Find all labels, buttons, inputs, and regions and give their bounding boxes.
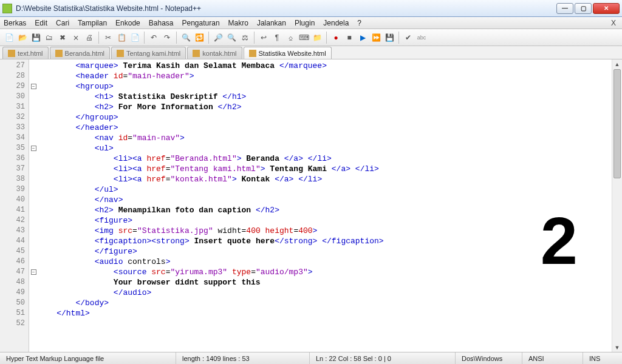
menu-pengaturan[interactable]: Pengaturan (182, 19, 220, 27)
find-icon[interactable]: 🔍 (180, 32, 192, 44)
fold-marker[interactable]: − (29, 143, 38, 153)
fold-marker[interactable] (29, 71, 38, 81)
menu-bahasa[interactable]: Bahasa (149, 19, 174, 27)
close-button[interactable]: ✕ (593, 3, 620, 14)
menu-plugin[interactable]: Plugin (295, 19, 315, 27)
fold-marker[interactable]: − (29, 81, 38, 92)
minimize-button[interactable]: — (556, 3, 573, 14)
code-line[interactable]: <h2> For More Information </h2> (38, 102, 612, 112)
code-line[interactable]: <source src="yiruma.mp3" type="audio/mp3… (38, 267, 612, 277)
fold-marker[interactable] (29, 277, 38, 288)
zoom-in-icon[interactable]: 🔎 (212, 32, 224, 44)
fold-marker[interactable] (29, 184, 38, 195)
fold-marker[interactable] (29, 226, 38, 236)
save-icon[interactable]: 💾 (30, 32, 42, 44)
code-line[interactable]: <li><a href="Tentang kami.html"> Tentang… (38, 164, 612, 174)
fold-marker[interactable] (29, 318, 38, 329)
fold-marker[interactable] (29, 153, 38, 164)
code-line[interactable]: </body> (38, 298, 612, 308)
save-all-icon[interactable]: 🗂 (43, 32, 55, 44)
fold-marker[interactable] (29, 133, 38, 143)
menu-jalankan[interactable]: Jalankan (257, 19, 286, 27)
sync-icon[interactable]: ⚖ (239, 32, 251, 44)
fold-marker[interactable] (29, 215, 38, 226)
menu-enkode[interactable]: Enkode (115, 19, 140, 27)
menu-berkas[interactable]: Berkas (4, 19, 26, 27)
code-line[interactable] (38, 318, 612, 329)
zoom-out-icon[interactable]: 🔍 (225, 32, 238, 44)
menu-close-x[interactable]: X (611, 19, 616, 27)
tab-kontak[interactable]: kontak.html (187, 47, 242, 59)
code-line[interactable]: <h1> Statistika Deskriptif </h1> (38, 92, 612, 102)
fold-marker[interactable] (29, 92, 38, 102)
scroll-up-icon[interactable]: ▲ (612, 59, 622, 69)
scroll-thumb[interactable] (613, 69, 621, 178)
fold-marker[interactable] (29, 174, 38, 184)
spell2-icon[interactable]: abc (415, 32, 428, 44)
vertical-scrollbar[interactable]: ▲ ▼ (612, 59, 622, 352)
paste-icon[interactable]: 📄 (129, 32, 141, 44)
fold-marker[interactable] (29, 164, 38, 174)
fold-marker[interactable] (29, 123, 38, 133)
scroll-down-icon[interactable]: ▼ (612, 343, 622, 352)
menu-cari[interactable]: Cari (56, 19, 69, 27)
fold-marker[interactable] (29, 102, 38, 112)
code-line[interactable]: </header> (38, 123, 612, 133)
word-wrap-icon[interactable]: ↩ (258, 32, 270, 44)
save-macro-icon[interactable]: 💾 (383, 32, 395, 44)
menu-help[interactable]: ? (357, 19, 361, 27)
close-all-icon[interactable]: ⨯ (70, 32, 82, 44)
code-line[interactable]: </hgroup> (38, 112, 612, 123)
code-line[interactable]: </figure> (38, 246, 612, 257)
indent-guide-icon[interactable]: ⎐ (284, 32, 296, 44)
fold-marker[interactable] (29, 112, 38, 123)
menu-makro[interactable]: Makro (228, 19, 248, 27)
fold-marker[interactable] (29, 308, 38, 318)
user-lang-icon[interactable]: ⌨ (298, 32, 310, 44)
code-line[interactable]: <li><a href="Beranda.html"> Beranda </a>… (38, 153, 612, 164)
stop-macro-icon[interactable]: ■ (343, 32, 355, 44)
close-file-icon[interactable]: ✖ (56, 32, 69, 44)
folder-icon[interactable]: 📁 (311, 32, 323, 44)
code-line[interactable]: </html> (38, 308, 612, 318)
fold-marker[interactable] (29, 298, 38, 308)
fold-marker[interactable] (29, 195, 38, 205)
fold-marker[interactable] (29, 205, 38, 215)
cut-icon[interactable]: ✂ (102, 32, 114, 44)
play-macro-icon[interactable]: ▶ (357, 32, 369, 44)
fold-marker[interactable] (29, 236, 38, 246)
menu-tampilan[interactable]: Tampilan (78, 19, 107, 27)
replace-icon[interactable]: 🔁 (193, 32, 205, 44)
code-line[interactable]: <figcaption><strong> Insert quote here</… (38, 236, 612, 246)
code-line[interactable]: </ul> (38, 184, 612, 195)
code-line[interactable]: <audio controls> (38, 257, 612, 267)
fold-marker[interactable] (29, 257, 38, 267)
code-line[interactable]: <ul> (38, 143, 612, 153)
show-chars-icon[interactable]: ¶ (271, 32, 283, 44)
menu-edit[interactable]: Edit (35, 19, 47, 27)
print-icon[interactable]: 🖨 (83, 32, 95, 44)
code-area[interactable]: <marquee> Terima Kasih dan Selamat Memba… (38, 59, 612, 352)
code-line[interactable]: <nav id="main-nav"> (38, 133, 612, 143)
fold-marker[interactable] (29, 288, 38, 298)
code-line[interactable]: </nav> (38, 195, 612, 205)
undo-icon[interactable]: ↶ (148, 32, 160, 44)
fold-marker[interactable] (29, 61, 38, 71)
code-line[interactable]: <hgroup> (38, 81, 612, 92)
spell-icon[interactable]: ✔ (402, 32, 414, 44)
code-line[interactable]: <header id="main-header"> (38, 71, 612, 81)
maximize-button[interactable]: ▢ (575, 3, 592, 14)
copy-icon[interactable]: 📋 (115, 32, 128, 44)
code-line[interactable]: <h2> Menampilkan foto dan caption </h2> (38, 205, 612, 215)
play-multi-icon[interactable]: ⏩ (370, 32, 382, 44)
code-line[interactable]: </audio> (38, 288, 612, 298)
fold-marker[interactable] (29, 246, 38, 257)
code-line[interactable]: <li><a href="kontak.html"> Kontak </a> <… (38, 174, 612, 184)
fold-marker[interactable]: − (29, 267, 38, 277)
code-line[interactable]: <img src="Statistika.jpg" widht=400 heig… (38, 226, 612, 236)
new-file-icon[interactable]: 📄 (3, 32, 15, 44)
code-line[interactable]: <marquee> Terima Kasih dan Selamat Memba… (38, 61, 612, 71)
tab-beranda[interactable]: Beranda.html (50, 47, 110, 59)
open-file-icon[interactable]: 📂 (16, 32, 29, 44)
tab-tentang[interactable]: Tentang kami.html (111, 47, 186, 59)
